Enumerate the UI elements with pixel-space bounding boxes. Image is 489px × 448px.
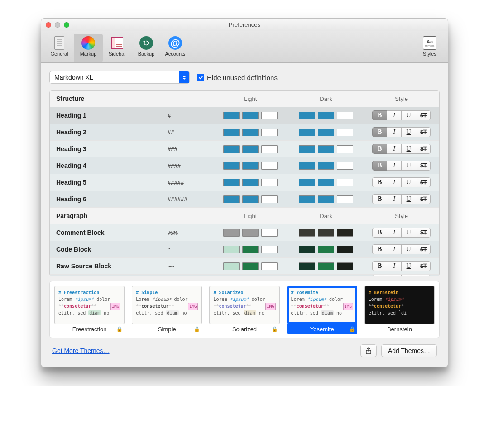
style-S-toggle[interactable]: S̶T̶ <box>416 110 431 120</box>
color-swatch[interactable] <box>299 276 315 277</box>
color-swatch[interactable] <box>261 145 278 153</box>
toolbar-markup[interactable]: Markup <box>74 34 103 62</box>
style-B-toggle[interactable]: B <box>372 244 387 254</box>
style-I-toggle[interactable]: I <box>387 261 402 271</box>
table-row[interactable]: Heading 2##BIUS̶T̶ <box>50 124 439 141</box>
color-swatch[interactable] <box>299 195 315 203</box>
color-swatch[interactable] <box>299 229 315 237</box>
style-S-toggle[interactable]: S̶T̶ <box>416 194 431 204</box>
color-swatch[interactable] <box>261 262 278 270</box>
color-swatch[interactable] <box>299 262 315 270</box>
style-U-toggle[interactable]: U <box>401 275 416 276</box>
color-swatch[interactable] <box>337 195 353 203</box>
table-row[interactable]: Heading 5#####BIUS̶T̶ <box>50 174 439 191</box>
minimize-icon[interactable] <box>55 22 60 28</box>
style-B-toggle[interactable]: B <box>372 275 387 276</box>
toolbar-backup[interactable]: Backup <box>132 34 161 62</box>
color-swatch[interactable] <box>242 246 259 253</box>
style-B-toggle[interactable]: B <box>372 194 387 204</box>
color-swatch[interactable] <box>223 276 240 277</box>
table-row[interactable]: Raw Source Block~~BIUS̶T̶ <box>50 258 439 275</box>
color-swatch[interactable] <box>261 179 278 186</box>
color-swatch[interactable] <box>337 129 353 136</box>
color-swatch[interactable] <box>318 129 334 136</box>
color-swatch[interactable] <box>242 145 259 153</box>
color-swatch[interactable] <box>318 195 334 203</box>
color-swatch[interactable] <box>337 112 353 119</box>
color-swatch[interactable] <box>318 276 334 277</box>
color-swatch[interactable] <box>242 179 259 186</box>
style-I-toggle[interactable]: I <box>387 194 402 204</box>
table-row[interactable]: Heading 4####BIUS̶T̶ <box>50 157 439 174</box>
theme-card[interactable]: # SimpleLorem *ipsum* dolor**consetetur*… <box>132 286 202 334</box>
color-swatch[interactable] <box>318 262 334 270</box>
get-more-themes-link[interactable]: Get More Themes… <box>52 347 110 354</box>
table-row[interactable]: Heading 3###BIUS̶T̶ <box>50 141 439 157</box>
color-swatch[interactable] <box>242 129 259 136</box>
color-swatch[interactable] <box>261 112 278 119</box>
style-U-toggle[interactable]: U <box>401 228 416 238</box>
style-B-toggle[interactable]: B <box>372 144 387 154</box>
color-swatch[interactable] <box>337 179 353 186</box>
color-swatch[interactable] <box>261 229 278 237</box>
color-swatch[interactable] <box>261 276 278 277</box>
color-swatch[interactable] <box>261 162 278 170</box>
table-row[interactable]: Heading 6######BIUS̶T̶ <box>50 191 439 208</box>
color-swatch[interactable] <box>223 262 240 270</box>
style-I-toggle[interactable]: I <box>387 161 402 171</box>
color-swatch[interactable] <box>299 129 315 136</box>
style-U-toggle[interactable]: U <box>401 110 416 120</box>
style-S-toggle[interactable]: S̶T̶ <box>416 244 431 254</box>
theme-card[interactable]: # YosemiteLorem *ipsum* dolor**consetetu… <box>287 286 357 334</box>
close-icon[interactable] <box>46 22 51 28</box>
style-U-toggle[interactable]: U <box>401 194 416 204</box>
color-swatch[interactable] <box>223 229 240 237</box>
color-swatch[interactable] <box>223 145 240 153</box>
color-swatch[interactable] <box>223 112 240 119</box>
color-swatch[interactable] <box>299 162 315 170</box>
toolbar-sidebar[interactable]: Sidebar <box>103 34 132 62</box>
share-button[interactable] <box>360 344 377 357</box>
color-swatch[interactable] <box>242 276 259 277</box>
color-swatch[interactable] <box>242 195 259 203</box>
color-swatch[interactable] <box>242 112 259 119</box>
color-swatch[interactable] <box>242 162 259 170</box>
hide-unused-checkbox[interactable]: Hide unused definitions <box>197 74 278 81</box>
color-swatch[interactable] <box>318 162 334 170</box>
style-U-toggle[interactable]: U <box>401 144 416 154</box>
style-I-toggle[interactable]: I <box>387 127 402 137</box>
style-S-toggle[interactable]: S̶T̶ <box>416 144 431 154</box>
color-swatch[interactable] <box>337 262 353 270</box>
style-U-toggle[interactable]: U <box>401 127 416 137</box>
style-S-toggle[interactable]: S̶T̶ <box>416 228 431 238</box>
color-swatch[interactable] <box>261 195 278 203</box>
color-swatch[interactable] <box>318 229 334 237</box>
color-swatch[interactable] <box>223 195 240 203</box>
style-I-toggle[interactable]: I <box>387 228 402 238</box>
color-swatch[interactable] <box>318 145 334 153</box>
color-swatch[interactable] <box>223 179 240 186</box>
color-swatch[interactable] <box>337 162 353 170</box>
style-S-toggle[interactable]: S̶T̶ <box>416 127 431 137</box>
theme-card[interactable]: # BernsteinLorem *ipsum***consetetur*eli… <box>364 286 435 334</box>
add-themes-button[interactable]: Add Themes… <box>381 344 437 357</box>
theme-card[interactable]: # SolarizedLorem *ipsum* dolor**consetet… <box>209 286 279 334</box>
table-row[interactable]: Code Block''BIUS̶T̶ <box>50 241 439 258</box>
color-swatch[interactable] <box>299 112 315 119</box>
color-swatch[interactable] <box>223 162 240 170</box>
style-U-toggle[interactable]: U <box>401 161 416 171</box>
color-swatch[interactable] <box>299 179 315 186</box>
style-S-toggle[interactable]: S̶T̶ <box>416 161 431 171</box>
color-swatch[interactable] <box>223 246 240 253</box>
style-U-toggle[interactable]: U <box>401 261 416 271</box>
color-swatch[interactable] <box>337 246 353 253</box>
style-B-toggle[interactable]: B <box>372 177 387 187</box>
style-B-toggle[interactable]: B <box>372 110 387 120</box>
style-I-toggle[interactable]: I <box>387 110 402 120</box>
color-swatch[interactable] <box>337 229 353 237</box>
style-I-toggle[interactable]: I <box>387 177 402 187</box>
style-S-toggle[interactable]: S̶T̶ <box>416 177 431 187</box>
zoom-icon[interactable] <box>64 22 69 28</box>
style-U-toggle[interactable]: U <box>401 177 416 187</box>
style-I-toggle[interactable]: I <box>387 244 402 254</box>
